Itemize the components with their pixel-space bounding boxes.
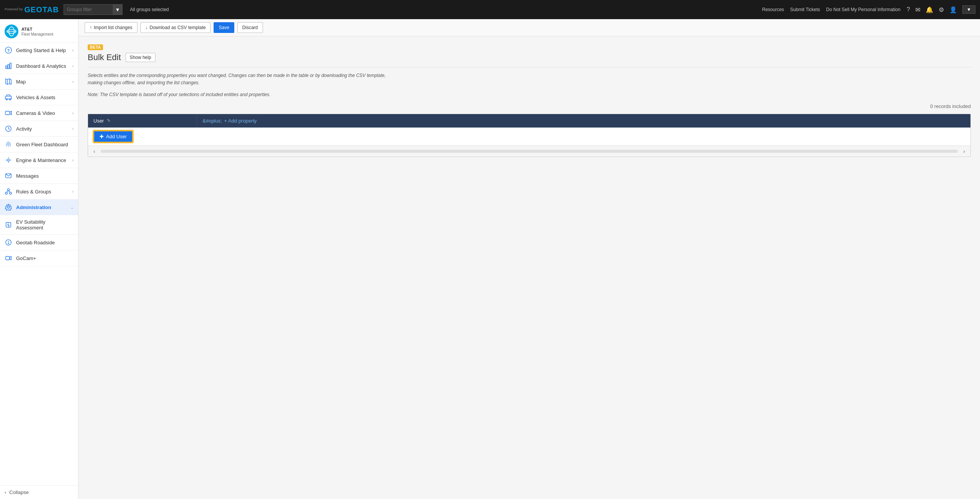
header-divider	[88, 67, 971, 67]
administration-icon	[5, 203, 12, 211]
sidebar-item-engine[interactable]: Engine & Maintenance ›	[0, 152, 78, 168]
svg-line-27	[7, 191, 8, 192]
vehicles-icon	[5, 93, 12, 101]
svg-point-26	[10, 192, 11, 194]
show-help-button[interactable]: Show help	[126, 53, 155, 62]
resources-link[interactable]: Resources	[762, 7, 784, 12]
engine-chevron: ›	[72, 158, 74, 162]
svg-point-25	[5, 192, 7, 194]
sidebar-item-administration[interactable]: Administration ⌄	[0, 200, 78, 215]
sidebar-item-geotab-roadside[interactable]: Geotab Roadside	[0, 235, 78, 250]
import-icon: ↑	[90, 25, 92, 30]
user-edit-icon[interactable]: ✎	[107, 118, 111, 123]
bulk-table-header: User ✎ &#oplus; + Add property	[88, 114, 970, 128]
svg-point-14	[10, 99, 11, 100]
discard-button[interactable]: Discard	[237, 22, 263, 33]
scroll-track	[101, 150, 958, 153]
activity-icon	[5, 125, 12, 133]
activity-label: Activity	[16, 126, 32, 132]
download-csv-button[interactable]: ↓ Download as CSV template	[140, 22, 211, 33]
groups-filter-dropdown-btn[interactable]: ▼	[113, 4, 122, 15]
svg-rect-7	[8, 64, 9, 69]
scroll-left-button[interactable]: ‹	[91, 147, 98, 155]
sidebar-item-vehicles[interactable]: Vehicles & Assets	[0, 90, 78, 105]
import-list-changes-button[interactable]: ↑ Import list changes	[85, 22, 137, 33]
help-icon-btn[interactable]: ?	[906, 6, 910, 13]
getting-started-chevron: ›	[72, 48, 74, 52]
top-bar-right: Resources Submit Tickets Do Not Sell My …	[762, 5, 975, 14]
user-dropdown-btn[interactable]: ▼	[962, 5, 975, 14]
svg-rect-34	[6, 257, 10, 260]
map-icon	[5, 78, 12, 85]
user-column-label: User	[93, 118, 104, 124]
sidebar-logo: AT&T Fleet Management	[0, 19, 78, 43]
sidebar-item-map[interactable]: Map ›	[0, 74, 78, 90]
green-fleet-icon	[5, 141, 12, 148]
svg-rect-8	[10, 63, 11, 69]
settings-icon-btn[interactable]: ⚙	[939, 6, 944, 13]
user-icon-btn[interactable]: 👤	[949, 6, 957, 13]
add-user-row: ✚ Add User	[88, 128, 970, 146]
svg-marker-16	[10, 111, 12, 115]
collapse-button[interactable]: ‹ Collapse	[0, 485, 78, 499]
records-count: 0 records included	[88, 103, 971, 109]
sidebar-item-green-fleet[interactable]: Green Fleet Dashboard	[0, 137, 78, 152]
sidebar-item-dashboard[interactable]: Dashboard & Analytics ›	[0, 58, 78, 74]
gocam-icon	[5, 254, 12, 262]
cameras-label: Cameras & Video	[16, 110, 55, 116]
getting-started-label: Getting Started & Help	[16, 47, 66, 53]
collapse-label: Collapse	[9, 489, 29, 495]
sidebar-item-messages[interactable]: Messages	[0, 168, 78, 184]
administration-chevron: ⌄	[70, 205, 74, 209]
collapse-arrow-icon: ‹	[5, 489, 6, 495]
brand-name: GEOTAB	[24, 5, 59, 14]
scroll-nav-bar: ‹ ›	[88, 146, 970, 157]
geotab-logo: Powered by GEOTAB	[5, 5, 59, 14]
map-chevron: ›	[72, 80, 74, 84]
add-user-button[interactable]: ✚ Add User	[93, 131, 133, 142]
svg-point-33	[8, 243, 9, 244]
svg-text:?: ?	[7, 48, 10, 53]
att-label: AT&T	[21, 26, 53, 32]
att-sublabel: Fleet Management	[21, 32, 53, 36]
administration-label: Administration	[16, 205, 51, 210]
svg-point-18	[7, 159, 9, 161]
rules-label: Rules & Groups	[16, 189, 51, 195]
ev-suitability-icon	[5, 221, 12, 229]
dashboard-chevron: ›	[72, 64, 74, 68]
cameras-chevron: ›	[72, 111, 74, 115]
messages-label: Messages	[16, 173, 39, 179]
add-property-label: + Add property	[224, 118, 257, 124]
scroll-right-button[interactable]: ›	[961, 147, 967, 155]
messages-icon	[5, 172, 12, 180]
cameras-icon	[5, 109, 12, 117]
add-property-button[interactable]: &#oplus; + Add property	[197, 114, 970, 128]
notification-icon-btn[interactable]: 🔔	[926, 6, 933, 13]
att-label-group: AT&T Fleet Management	[21, 26, 53, 36]
groups-selected-text: All groups selected	[130, 7, 169, 12]
svg-point-13	[6, 99, 8, 100]
groups-filter-input[interactable]	[64, 4, 113, 15]
rules-chevron: ›	[72, 190, 74, 194]
sidebar-item-activity[interactable]: Activity ›	[0, 121, 78, 137]
sidebar-item-cameras[interactable]: Cameras & Video ›	[0, 105, 78, 121]
svg-line-28	[8, 191, 10, 192]
sidebar-item-rules[interactable]: Rules & Groups ›	[0, 184, 78, 200]
dashboard-icon	[5, 62, 12, 70]
top-bar-icons: ? ✉ 🔔 ⚙ 👤 ▼	[906, 5, 975, 14]
engine-icon	[5, 156, 12, 164]
mail-icon-btn[interactable]: ✉	[915, 6, 920, 13]
page-content: BETA Bulk Edit Show help Selects entitie…	[78, 36, 980, 499]
do-not-sell-link[interactable]: Do Not Sell My Personal Information	[826, 7, 900, 12]
bulk-table-body: ✚ Add User	[88, 128, 970, 146]
page-title: Bulk Edit	[88, 52, 121, 62]
description-text-2: Note: The CSV template is based off of y…	[88, 91, 394, 98]
sidebar-item-gocam[interactable]: GoCam+	[0, 250, 78, 266]
save-button[interactable]: Save	[214, 22, 234, 33]
sidebar-item-ev-suitability[interactable]: EV Suitability Assessment	[0, 215, 78, 235]
sidebar: AT&T Fleet Management ? Getting Started …	[0, 19, 78, 499]
content-area: ↑ Import list changes ↓ Download as CSV …	[78, 19, 980, 499]
submit-tickets-link[interactable]: Submit Tickets	[790, 7, 820, 12]
beta-badge: BETA	[88, 44, 103, 50]
sidebar-item-getting-started[interactable]: ? Getting Started & Help ›	[0, 43, 78, 58]
